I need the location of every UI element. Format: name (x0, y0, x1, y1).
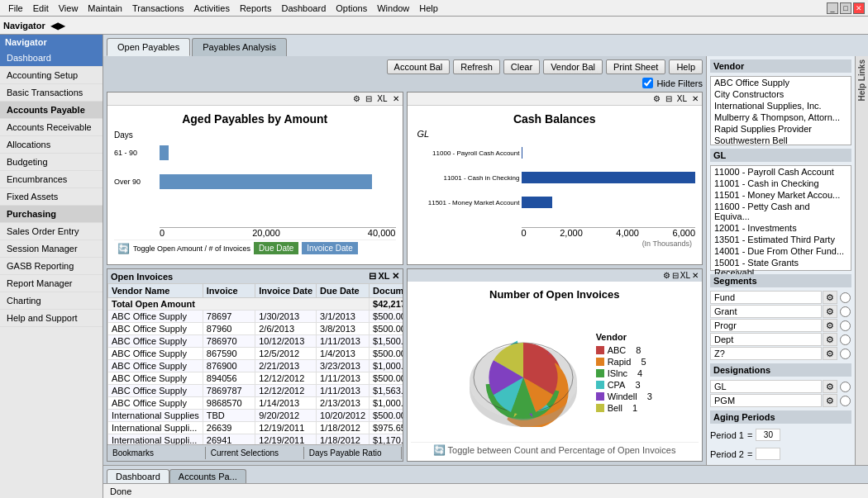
sidebar-item-purchasing[interactable]: Purchasing (0, 206, 103, 223)
tab-open-payables[interactable]: Open Payables (107, 38, 190, 56)
sidebar-item-basic-transactions[interactable]: Basic Transactions (0, 84, 103, 102)
account-bal-button[interactable]: Account Bal (387, 59, 451, 74)
sidebar-item-accounting-setup[interactable]: Accounting Setup (0, 67, 103, 84)
sidebar-item-report-manager[interactable]: Report Manager (0, 275, 103, 292)
seg-progr-icon[interactable]: ⚙ (823, 319, 837, 332)
gl-item-11600[interactable]: 11600 - Petty Cash and Equiva... (711, 201, 851, 222)
vendor-item-abc[interactable]: ABC Office Supply (711, 77, 851, 88)
aged-panel-close[interactable]: ✕ (391, 94, 401, 103)
close-button[interactable]: ✕ (853, 2, 865, 14)
table-row[interactable]: International SuppliesTBD9/20/201210/20/… (108, 410, 403, 422)
restore-button[interactable]: □ (840, 2, 851, 14)
table-row[interactable]: ABC Office Supply8769002/21/20133/23/201… (108, 360, 403, 372)
toolbar-nav-forward[interactable]: ▶ (58, 20, 65, 31)
gl-item-11001[interactable]: 11001 - Cash in Checking (711, 178, 851, 189)
cash-panel-icon1[interactable]: ⚙ (651, 94, 662, 103)
seg-dept-icon[interactable]: ⚙ (823, 333, 837, 346)
refresh-button[interactable]: Refresh (453, 59, 500, 74)
vendor-bal-button[interactable]: Vendor Bal (543, 59, 603, 74)
pie-icon1[interactable]: ⚙ (663, 271, 670, 280)
table-row[interactable]: International Suppli...2663912/19/20111/… (108, 422, 403, 434)
days-payable-section[interactable]: Days Payable Ratio (304, 447, 403, 459)
table-row[interactable]: ABC Office Supply879602/6/20133/8/2013$5… (108, 323, 403, 335)
sidebar-item-accounts-payable[interactable]: Accounts Payable (0, 102, 103, 119)
menu-item-file[interactable]: File (3, 2, 28, 15)
sidebar-item-encumbrances[interactable]: Encumbrances (0, 171, 103, 188)
clear-button[interactable]: Clear (503, 59, 540, 74)
hide-filters-checkbox[interactable] (642, 78, 653, 88)
sidebar-item-dashboard[interactable]: Dashboard (0, 50, 103, 67)
menu-item-view[interactable]: View (54, 2, 83, 15)
seg-progr-radio[interactable] (838, 319, 851, 332)
invoice-icon2[interactable]: XL (378, 271, 389, 282)
desig-gl-icon[interactable]: ⚙ (823, 380, 837, 393)
sidebar-item-accounts-receivable[interactable]: Accounts Receivable (0, 119, 103, 136)
bookmarks-section[interactable]: Bookmarks (107, 447, 206, 459)
toolbar-nav-back[interactable]: ◀ (50, 20, 58, 31)
vendor-item-mulberry[interactable]: Mulberry & Thompson, Attorn... (711, 111, 851, 123)
help-button[interactable]: Help (669, 59, 703, 74)
gl-item-12001[interactable]: 12001 - Investments (711, 222, 851, 234)
cash-panel-icon2[interactable]: ⊟ (664, 94, 674, 103)
current-selections-section[interactable]: Current Selections (206, 447, 304, 459)
aging-period-1-input[interactable] (756, 429, 780, 441)
aged-panel-icon2[interactable]: ⊟ (364, 94, 374, 103)
table-row[interactable]: ABC Office Supply78697010/12/20131/11/20… (108, 335, 403, 348)
seg-z-icon[interactable]: ⚙ (823, 347, 837, 360)
menu-item-options[interactable]: Options (331, 2, 372, 15)
print-sheet-button[interactable]: Print Sheet (606, 59, 665, 74)
aged-panel-icon1[interactable]: ⚙ (351, 94, 362, 103)
aging-period-2-input[interactable] (756, 448, 780, 460)
cash-panel-close[interactable]: ✕ (690, 94, 700, 103)
desig-pgm-radio[interactable] (838, 394, 851, 407)
menu-item-activities[interactable]: Activities (189, 2, 235, 15)
menu-item-help[interactable]: Help (414, 2, 443, 15)
sidebar-item-gasb[interactable]: GASB Reporting (0, 258, 103, 275)
table-row[interactable]: ABC Office Supply 78697 1/30/2013 3/1/20… (108, 311, 403, 323)
tab-payables-analysis[interactable]: Payables Analysis (192, 38, 287, 56)
pie-icon3[interactable]: XL (680, 271, 690, 280)
seg-fund-radio[interactable] (838, 291, 851, 304)
due-date-button[interactable]: Due Date (254, 242, 298, 254)
vendor-item-sw-bell[interactable]: Southwestern Bell (711, 135, 851, 146)
vendor-item-city[interactable]: City Constructors (711, 88, 851, 100)
sidebar-item-help[interactable]: Help and Support (0, 310, 103, 327)
menu-item-window[interactable]: Window (372, 2, 414, 15)
table-row[interactable]: International Suppli...2694112/19/20111/… (108, 434, 403, 445)
pie-icon-close[interactable]: ✕ (692, 271, 699, 280)
invoice-icon3[interactable]: ✕ (392, 271, 399, 282)
table-row[interactable]: ABC Office Supply86759012/5/20121/4/2013… (108, 348, 403, 360)
cash-panel-icon3[interactable]: XL (675, 94, 689, 103)
seg-grant-radio[interactable] (838, 305, 851, 318)
pie-icon2[interactable]: ⊟ (672, 271, 679, 280)
menu-item-transactions[interactable]: Transactions (127, 2, 189, 15)
menu-item-dashboard[interactable]: Dashboard (276, 2, 331, 15)
seg-dept-radio[interactable] (838, 333, 851, 346)
vendor-item-intl[interactable]: International Supplies, Inc. (711, 100, 851, 111)
vendor-item-rapid[interactable]: Rapid Supplies Provider (711, 123, 851, 135)
sidebar-item-budgeting[interactable]: Budgeting (0, 154, 103, 171)
desig-pgm-icon[interactable]: ⚙ (823, 394, 837, 407)
sidebar-item-sales-order[interactable]: Sales Order Entry (0, 223, 103, 240)
sidebar-item-session-manager[interactable]: Session Manager (0, 240, 103, 258)
invoice-date-button[interactable]: Invoice Date (302, 242, 358, 254)
table-row[interactable]: ABC Office Supply786978712/12/20121/11/2… (108, 385, 403, 397)
table-row[interactable]: ABC Office Supply89405612/12/20121/11/20… (108, 372, 403, 385)
seg-fund-icon[interactable]: ⚙ (823, 291, 837, 304)
table-row[interactable]: ABC Office Supply98685701/14/20132/13/20… (108, 397, 403, 410)
seg-z-radio[interactable] (838, 347, 851, 360)
menu-item-maintain[interactable]: Maintain (83, 2, 127, 15)
sidebar-item-fixed-assets[interactable]: Fixed Assets (0, 188, 103, 206)
bottom-tab-accounts-pa[interactable]: Accounts Pa... (169, 469, 246, 483)
seg-grant-icon[interactable]: ⚙ (823, 305, 837, 318)
sidebar-item-charting[interactable]: Charting (0, 292, 103, 310)
help-links-title[interactable]: Help Links (857, 59, 866, 102)
gl-item-11501[interactable]: 11501 - Money Market Accou... (711, 189, 851, 201)
invoice-table-container[interactable]: Vendor Name Invoice Invoice Date Due Dat… (107, 283, 403, 444)
invoice-icon1[interactable]: ⊟ (369, 271, 376, 282)
menu-item-reports[interactable]: Reports (235, 2, 277, 15)
aged-panel-icon3[interactable]: XL (375, 94, 389, 103)
menu-item-edit[interactable]: Edit (28, 2, 54, 15)
minimize-button[interactable]: _ (827, 2, 838, 14)
sidebar-item-allocations[interactable]: Allocations (0, 136, 103, 154)
